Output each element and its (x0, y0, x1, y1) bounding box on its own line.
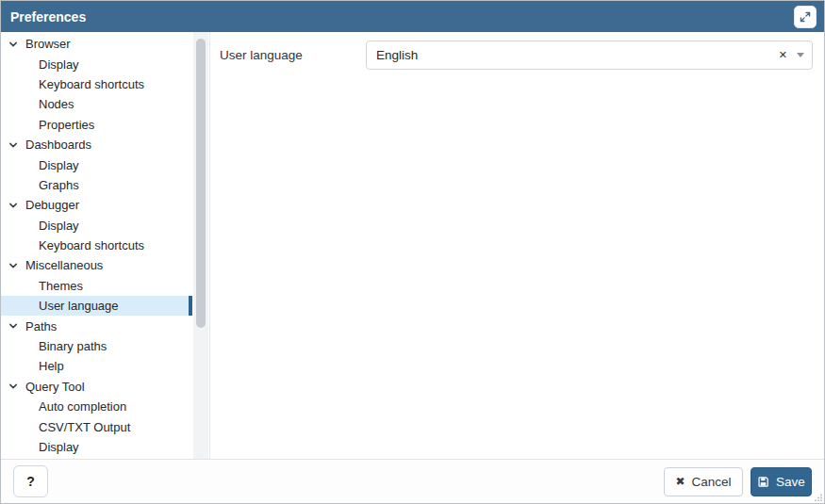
tree-item-query-tool-csv-txt-output[interactable]: CSV/TXT Output (1, 416, 192, 436)
preferences-dialog: Preferences Browser Display Keyboard sho… (0, 0, 825, 504)
tree-group-label: Query Tool (18, 380, 85, 394)
tree-item-label: Graphs (39, 178, 79, 192)
tree-group-miscellaneous[interactable]: Miscellaneous (1, 255, 192, 275)
close-icon: ✖ (675, 476, 685, 487)
chevron-down-icon (8, 382, 18, 391)
save-button[interactable]: Save (751, 467, 812, 496)
tree-item-browser-keyboard-shortcuts[interactable]: Keyboard shortcuts (1, 74, 192, 94)
tree-item-browser-display[interactable]: Display (1, 54, 192, 73)
save-button-label: Save (776, 475, 805, 489)
tree-item-paths-binary-paths[interactable]: Binary paths (1, 336, 192, 356)
tree-group-label: Debugger (18, 198, 79, 212)
tree-item-label: Nodes (39, 97, 74, 111)
save-icon (757, 476, 769, 488)
tree-item-label: User language (39, 299, 119, 313)
tree-item-label: Display (39, 57, 79, 72)
user-language-select[interactable]: English ✕ (366, 41, 813, 70)
preferences-tree: Browser Display Keyboard shortcuts Nodes… (1, 32, 209, 457)
settings-panel: User language English ✕ (210, 32, 824, 459)
tree-item-browser-properties[interactable]: Properties (1, 115, 192, 135)
dialog-body: Browser Display Keyboard shortcuts Nodes… (1, 32, 824, 459)
help-button[interactable]: ? (13, 465, 48, 497)
tree-group-label: Dashboards (18, 138, 91, 152)
expand-icon (799, 10, 812, 24)
tree-item-dashboards-graphs[interactable]: Graphs (1, 175, 192, 195)
tree-item-query-tool-auto-completion[interactable]: Auto completion (1, 397, 192, 416)
tree-item-label: Display (39, 219, 79, 233)
chevron-down-icon (8, 261, 18, 270)
tree-item-label: Binary paths (39, 339, 107, 353)
dialog-title: Preferences (8, 9, 86, 24)
sidebar-scrollbar[interactable] (193, 32, 208, 459)
chevron-down-icon (8, 40, 18, 49)
tree-item-miscellaneous-themes[interactable]: Themes (1, 276, 192, 296)
resize-grip[interactable] (815, 494, 822, 501)
tree-item-label: Display (39, 440, 79, 454)
selected-language-value: English (376, 48, 769, 62)
chevron-down-icon[interactable] (797, 53, 804, 57)
tree-item-debugger-keyboard-shortcuts[interactable]: Keyboard shortcuts (1, 236, 192, 255)
tree-group-browser[interactable]: Browser (1, 34, 192, 54)
tree-group-debugger[interactable]: Debugger (1, 195, 192, 215)
dialog-titlebar: Preferences (1, 1, 824, 32)
tree-item-query-tool-display[interactable]: Display (1, 437, 192, 457)
tree-item-label: Keyboard shortcuts (39, 77, 144, 91)
chevron-down-icon (8, 201, 18, 210)
tree-item-label: Display (39, 158, 79, 172)
maximize-button[interactable] (794, 6, 817, 28)
tree-item-label: Keyboard shortcuts (39, 238, 144, 252)
tree-group-label: Browser (18, 37, 71, 51)
dialog-footer: ? ✖ Cancel Save (1, 459, 824, 503)
tree-group-label: Miscellaneous (18, 258, 103, 272)
tree-item-label: CSV/TXT Output (39, 420, 130, 434)
chevron-down-icon (8, 321, 18, 331)
scrollbar-thumb[interactable] (196, 39, 206, 328)
tree-item-label: Themes (39, 279, 83, 293)
tree-item-browser-nodes[interactable]: Nodes (1, 94, 192, 114)
tree-item-dashboards-display[interactable]: Display (1, 154, 192, 174)
tree-group-label: Paths (18, 319, 57, 333)
tree-group-paths[interactable]: Paths (1, 316, 192, 335)
tree-item-label: Properties (39, 118, 94, 132)
tree-group-query-tool[interactable]: Query Tool (1, 377, 192, 397)
tree-item-label: Help (39, 359, 64, 373)
preferences-sidebar: Browser Display Keyboard shortcuts Nodes… (1, 32, 210, 459)
chevron-down-icon (8, 140, 18, 150)
clear-icon[interactable]: ✕ (769, 50, 797, 60)
cancel-button[interactable]: ✖ Cancel (664, 467, 743, 496)
user-language-label: User language (220, 48, 303, 62)
tree-group-dashboards[interactable]: Dashboards (1, 135, 192, 154)
cancel-button-label: Cancel (692, 475, 732, 489)
tree-item-debugger-display[interactable]: Display (1, 216, 192, 236)
tree-item-label: Auto completion (39, 399, 126, 414)
tree-item-paths-help[interactable]: Help (1, 356, 192, 376)
tree-item-miscellaneous-user-language[interactable]: User language (1, 296, 192, 316)
